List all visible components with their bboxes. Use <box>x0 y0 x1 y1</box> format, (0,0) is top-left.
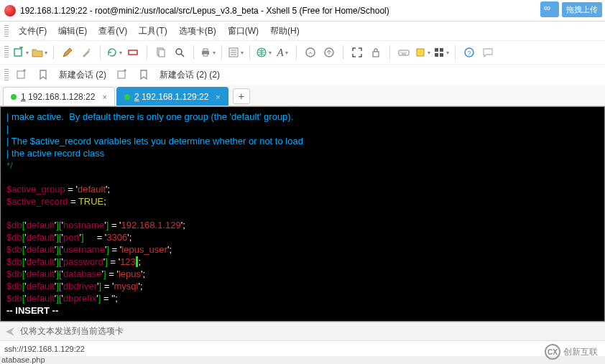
svg-rect-15 <box>417 49 424 56</box>
separator <box>221 45 222 60</box>
xagent-icon[interactable] <box>302 44 318 61</box>
separator <box>147 45 147 60</box>
svg-rect-22 <box>17 71 24 78</box>
grip-icon <box>4 25 9 37</box>
send-option-label[interactable]: 仅将文本发送到当前选项卡 <box>20 325 124 337</box>
svg-rect-13 <box>373 52 379 57</box>
compose-bar: 仅将文本发送到当前选项卡 <box>0 322 605 340</box>
send-icon[interactable] <box>4 326 16 337</box>
keyboard-icon[interactable] <box>396 44 412 61</box>
session-add-button-2[interactable] <box>114 67 131 82</box>
separator <box>296 45 297 60</box>
tab-2[interactable]: 2 192.168.1.129:22 × <box>116 87 228 106</box>
pencil-icon[interactable] <box>60 44 75 61</box>
menu-tabs[interactable]: 选项卡(B) <box>175 24 221 39</box>
bookmark-icon-2[interactable] <box>135 67 152 82</box>
new-session-button[interactable] <box>13 44 29 61</box>
connection-status: ssh://192.168.1.129:22 <box>4 345 85 353</box>
session-link-1[interactable]: 新建会话 (2) <box>56 67 109 83</box>
status-dot-icon <box>11 94 17 100</box>
svg-rect-4 <box>159 50 165 57</box>
app-icon <box>4 5 16 17</box>
svg-rect-19 <box>440 53 443 57</box>
separator <box>53 45 54 60</box>
xftp-icon[interactable] <box>321 44 337 61</box>
status-dot-icon <box>124 94 130 100</box>
svg-rect-17 <box>440 48 443 52</box>
session-link-2[interactable]: 新建会话 (2) (2) <box>157 67 223 83</box>
fullscreen-icon[interactable] <box>349 44 365 61</box>
print-button[interactable] <box>200 44 216 61</box>
separator <box>343 45 343 60</box>
search-icon[interactable] <box>172 44 188 61</box>
highlight-icon[interactable] <box>415 44 430 61</box>
tab-label: 2 192.168.1.129:22 <box>134 92 208 102</box>
svg-rect-16 <box>435 48 438 52</box>
tab-strip: 1 192.168.1.128:22 × 2 192.168.1.129:22 … <box>0 85 605 106</box>
separator <box>455 45 456 60</box>
svg-rect-0 <box>14 49 22 56</box>
font-button[interactable]: A <box>274 44 290 61</box>
grip-icon <box>4 69 9 80</box>
window-title: 192.168.1.129:22 - root@mini2:/usr/local… <box>20 6 389 16</box>
disconnect-button[interactable] <box>125 44 141 61</box>
menu-edit[interactable]: 编辑(E) <box>54 24 91 39</box>
menu-view[interactable]: 查看(V) <box>94 24 131 39</box>
svg-rect-23 <box>118 71 125 78</box>
svg-text:?: ? <box>467 50 471 57</box>
upload-widget[interactable]: 拖拽上传 <box>540 1 602 17</box>
bookmark-icon[interactable] <box>34 67 52 82</box>
help-icon[interactable]: ? <box>461 44 477 61</box>
title-bar: 192.168.1.129:22 - root@mini2:/usr/local… <box>0 0 605 22</box>
menu-tools[interactable]: 工具(T) <box>134 24 171 39</box>
wand-icon[interactable] <box>78 44 94 61</box>
terminal-output[interactable]: | make active. By default there is only … <box>0 106 605 322</box>
separator <box>100 45 101 60</box>
chat-icon[interactable] <box>480 44 496 61</box>
cloud-icon <box>540 1 559 17</box>
svg-rect-7 <box>203 49 208 51</box>
copy-button[interactable] <box>153 44 169 61</box>
watermark-label: 创新互联 <box>563 346 598 358</box>
upload-label: 拖拽上传 <box>562 2 602 17</box>
tab-1[interactable]: 1 192.168.1.128:22 × <box>3 87 115 106</box>
svg-rect-8 <box>203 54 208 56</box>
status-bar: ssh://192.168.1.129:22 <box>0 340 605 356</box>
reconnect-button[interactable] <box>106 44 122 61</box>
layout-icon[interactable] <box>433 44 449 61</box>
menu-bar: 文件(F) 编辑(E) 查看(V) 工具(T) 选项卡(B) 窗口(W) 帮助(… <box>0 22 605 40</box>
menu-window[interactable]: 窗口(W) <box>223 24 263 39</box>
menu-help[interactable]: 帮助(H) <box>266 24 304 39</box>
globe-icon[interactable] <box>256 44 272 61</box>
separator <box>249 45 250 60</box>
toolbar: A ? <box>0 40 605 65</box>
svg-rect-2 <box>129 50 137 55</box>
clipped-text: atabase.php <box>0 355 47 364</box>
open-button[interactable] <box>32 44 47 61</box>
watermark: CX 创新互联 <box>545 344 598 360</box>
svg-point-1 <box>88 49 91 51</box>
grip-icon <box>4 46 9 59</box>
lock-icon[interactable] <box>368 44 384 61</box>
session-toolbar: 新建会话 (2) 新建会话 (2) (2) <box>0 65 605 85</box>
svg-point-5 <box>176 49 182 55</box>
close-icon[interactable]: × <box>216 93 220 101</box>
session-add-button[interactable] <box>13 67 30 82</box>
properties-button[interactable] <box>228 44 244 61</box>
menu-file[interactable]: 文件(F) <box>14 24 51 39</box>
separator <box>389 45 390 60</box>
separator <box>193 45 194 60</box>
tab-label: 1 192.168.1.128:22 <box>21 92 95 102</box>
add-tab-button[interactable]: + <box>233 88 250 104</box>
close-icon[interactable]: × <box>102 93 106 101</box>
svg-rect-18 <box>435 53 438 57</box>
watermark-icon: CX <box>545 344 560 360</box>
